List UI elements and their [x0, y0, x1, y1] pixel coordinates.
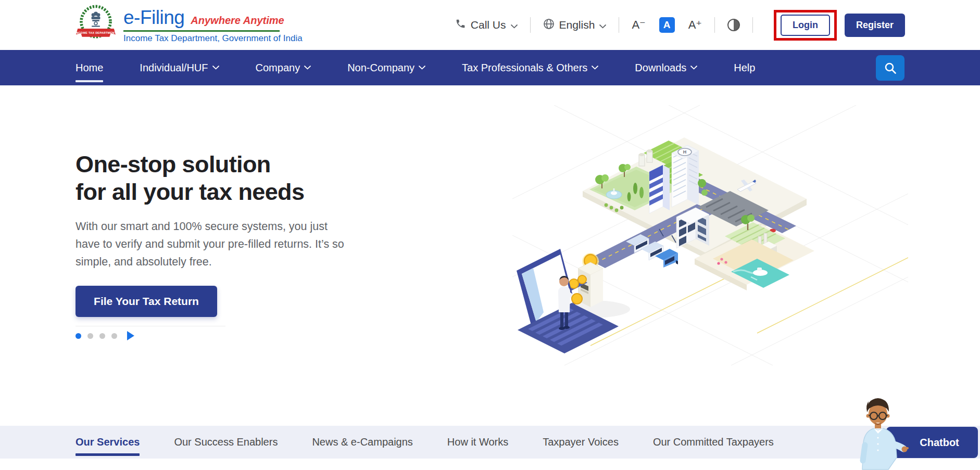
- chevron-down-icon: [599, 19, 606, 31]
- logo-wordmark: e-Filing Anywhere Anytime Income Tax Dep…: [123, 7, 303, 44]
- nav-item-non-company[interactable]: Non-Company: [347, 50, 425, 85]
- search-icon: [884, 61, 897, 75]
- chevron-down-icon: [690, 66, 697, 70]
- chatbot-button[interactable]: Chatbot: [886, 427, 978, 458]
- carousel-controls: [76, 331, 398, 340]
- chevron-down-icon: [592, 66, 598, 70]
- divider: [530, 17, 531, 33]
- carousel-play-button[interactable]: [127, 331, 134, 340]
- main-nav: Home Individual/HUF Company Non-Company …: [0, 50, 980, 85]
- nav-item-individual-huf[interactable]: Individual/HUF: [140, 50, 219, 85]
- divider: [752, 17, 753, 33]
- brand-tagline: Anywhere Anytime: [191, 15, 284, 27]
- hero-title-line1: One-stop solution: [76, 151, 271, 177]
- contrast-toggle-icon[interactable]: [727, 19, 740, 31]
- chevron-down-icon: [212, 66, 219, 70]
- nav-item-home[interactable]: Home: [76, 50, 103, 85]
- city-illustration: H: [512, 105, 908, 368]
- nav-label: Home: [76, 62, 103, 74]
- department-name: Income Tax Department, Government of Ind…: [123, 33, 303, 44]
- logo-green-rule: [123, 30, 280, 32]
- carousel-dot-4[interactable]: [111, 333, 117, 339]
- nav-item-downloads[interactable]: Downloads: [635, 50, 697, 85]
- emblem-icon: INCOME TAX DEPARTMENT: [76, 5, 116, 45]
- brand-name: e-Filing: [123, 7, 184, 29]
- phone-icon: [455, 18, 466, 32]
- emblem-ribbon-text: INCOME TAX DEPARTMENT: [76, 31, 116, 34]
- search-button[interactable]: [876, 55, 904, 81]
- increase-font-button[interactable]: A⁺: [688, 19, 702, 31]
- nav-item-help[interactable]: Help: [734, 50, 755, 85]
- tab-news-e-campaigns[interactable]: News & e-Campaigns: [312, 426, 412, 459]
- login-annotation-box: Login: [774, 10, 837, 41]
- nav-label: Tax Professionals & Others: [462, 62, 587, 74]
- carousel-dot-3[interactable]: [99, 333, 105, 339]
- file-tax-return-button[interactable]: File Your Tax Return: [76, 286, 217, 317]
- chevron-down-icon: [511, 19, 518, 31]
- nav-label: Company: [256, 62, 300, 74]
- header-controls: Call Us English A⁻ A A⁺ Login Registe: [455, 10, 905, 41]
- top-header: INCOME TAX DEPARTMENT e-Filing Anywhere …: [0, 0, 980, 50]
- register-button[interactable]: Register: [845, 14, 905, 37]
- blue-tower: [649, 165, 670, 213]
- carousel-dot-1[interactable]: [76, 333, 81, 339]
- globe-icon: [543, 18, 555, 32]
- hero-section: One-stop solution for all your tax needs…: [0, 85, 980, 426]
- carousel-dot-2[interactable]: [87, 333, 93, 339]
- carousel-divider: [76, 326, 225, 326]
- divider: [619, 17, 619, 33]
- language-label: English: [559, 19, 595, 31]
- call-us-label: Call Us: [471, 19, 506, 31]
- login-button[interactable]: Login: [781, 15, 830, 36]
- hero-title-line2: for all your tax needs: [76, 179, 304, 205]
- hero-text-block: One-stop solution for all your tax needs…: [76, 151, 398, 340]
- nav-item-tax-professionals[interactable]: Tax Professionals & Others: [462, 50, 598, 85]
- chevron-down-icon: [304, 66, 311, 70]
- language-menu[interactable]: English: [543, 18, 607, 32]
- tab-our-success-enablers[interactable]: Our Success Enablers: [174, 426, 278, 459]
- nav-label: Downloads: [635, 62, 686, 74]
- tab-our-committed-taxpayers[interactable]: Our Committed Taxpayers: [653, 426, 774, 459]
- tab-how-it-works[interactable]: How it Works: [447, 426, 508, 459]
- helipad-letter: H: [683, 149, 687, 155]
- nav-label: Non-Company: [347, 62, 414, 74]
- tab-our-services[interactable]: Our Services: [76, 426, 140, 459]
- call-us-menu[interactable]: Call Us: [455, 18, 518, 32]
- decrease-font-button[interactable]: A⁻: [632, 19, 645, 31]
- nav-label: Individual/HUF: [140, 62, 208, 74]
- tab-taxpayer-voices[interactable]: Taxpayer Voices: [543, 426, 619, 459]
- divider: [714, 17, 715, 33]
- nav-item-company[interactable]: Company: [256, 50, 311, 85]
- default-font-button[interactable]: A: [659, 17, 675, 33]
- hero-description: With our smart and 100% secure systems, …: [76, 218, 346, 271]
- section-tabbar: Our Services Our Success Enablers News &…: [0, 426, 980, 459]
- chevron-down-icon: [419, 66, 425, 70]
- nav-label: Help: [734, 62, 755, 74]
- font-size-controls: A⁻ A A⁺: [632, 17, 702, 33]
- efiling-logo[interactable]: INCOME TAX DEPARTMENT e-Filing Anywhere …: [76, 5, 303, 45]
- hero-title: One-stop solution for all your tax needs: [76, 151, 398, 206]
